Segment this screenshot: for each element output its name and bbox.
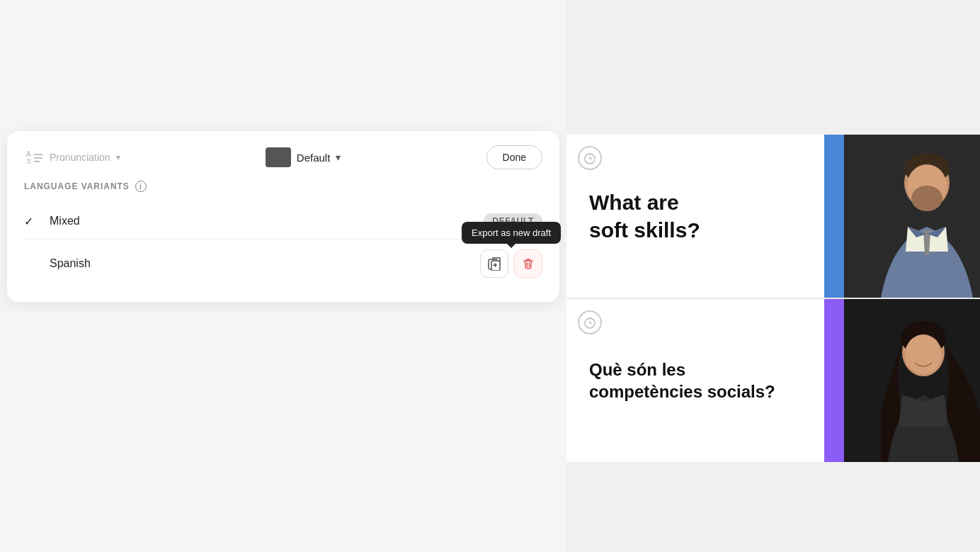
done-button[interactable]: Done [486,145,542,169]
spanish-language-name: Spanish [50,257,480,270]
export-icon [487,257,501,271]
default-voice-label: Default [297,152,331,164]
action-buttons [480,249,542,278]
left-panel: A 文 Pronunciation ▾ Default ▾ Done LANGU… [0,0,566,552]
svg-text:A: A [26,150,31,158]
svg-point-23 [905,334,942,374]
svg-text:文: 文 [26,158,32,164]
top-bar-area [0,0,566,135]
what-are-soft-skills-card: What aresoft skills? [566,135,980,298]
man-figure [824,135,980,298]
right-panel: What aresoft skills? [566,0,980,552]
blue-bar [824,135,844,298]
delete-button[interactable] [514,249,542,278]
spanish-language-item[interactable]: ✓ Spanish Export as new draft [24,240,542,288]
card-2-title: Què són lescompetències socials? [589,359,802,402]
card-header: A 文 Pronunciation ▾ Default ▾ Done [7,131,559,181]
man-avatar-container [824,135,980,298]
clock-icon [583,152,596,164]
trash-icon [522,257,535,270]
clock-icon-2 [583,316,596,329]
language-variants-section: LANGUAGE VARIANTS i ✓ Mixed DEFAULT ✓ Sp… [7,181,559,288]
export-as-draft-button[interactable] [480,249,508,278]
que-son-card: Què són lescompetències socials? [566,299,980,462]
pronunciation-icon: A 文 [24,147,44,167]
purple-bar [824,299,844,462]
woman-avatar-container [824,299,980,462]
card-1-text-area: What aresoft skills? [566,169,824,264]
language-variants-heading: LANGUAGE VARIANTS [24,181,130,191]
export-tooltip-container: Export as new draft [480,249,542,278]
mixed-language-name: Mixed [50,215,484,227]
default-voice-icon [266,147,291,167]
right-top-area [566,0,980,135]
check-icon: ✓ [24,215,41,228]
svg-point-15 [911,186,942,211]
pronunciation-selector[interactable]: A 文 Pronunciation ▾ [24,147,120,167]
pronunciation-chevron-icon: ▾ [116,152,120,162]
woman-figure [824,299,980,462]
export-tooltip: Export as new draft [462,222,561,244]
default-selector[interactable]: Default ▾ [266,147,341,167]
language-variants-card: A 文 Pronunciation ▾ Default ▾ Done LANGU… [7,131,559,302]
default-chevron-button[interactable]: ▾ [336,152,341,163]
pronunciation-label: Pronunciation [50,152,110,163]
card-2-text-area: Què són lescompetències socials? [566,339,824,422]
timer-icon-1 [578,146,602,170]
timer-icon-2 [578,310,602,334]
info-icon[interactable]: i [135,181,147,192]
language-variants-title: LANGUAGE VARIANTS i [24,181,542,192]
card-1-title: What aresoft skills? [589,188,802,244]
